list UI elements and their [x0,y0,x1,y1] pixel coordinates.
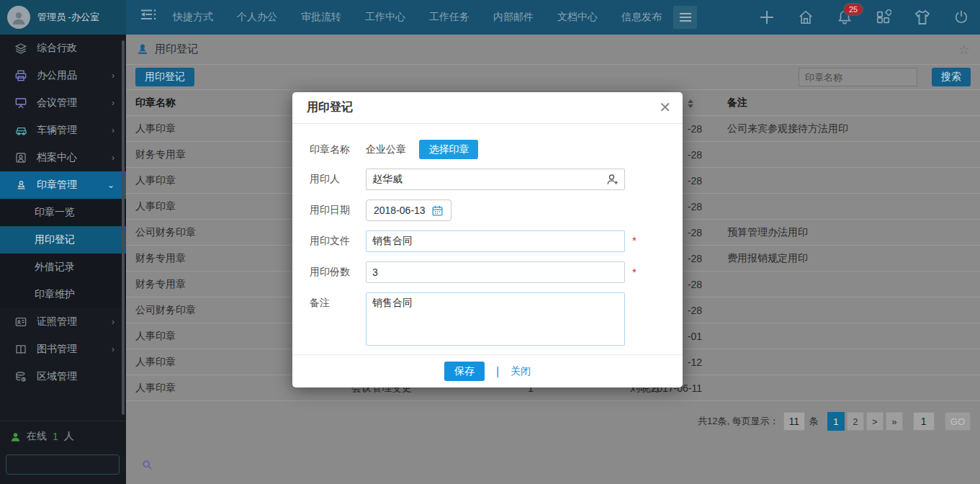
nav-info-publish[interactable]: 信息发布 [621,11,662,24]
more-menu-button[interactable] [673,6,697,29]
nav-personal-office[interactable]: 个人办公 [237,11,277,24]
seal-count-row: 用印份数 * [310,261,665,283]
power-icon[interactable] [953,9,970,26]
pagination-total-text: 共12条, 每页显示： [698,415,779,428]
cell-seal: 财务专用章 [135,148,186,161]
search-icon[interactable] [142,460,153,470]
remark-control [366,292,625,349]
subitem-label: 用印登记 [35,233,75,246]
page-buttons: 1 2 > » [827,412,903,431]
required-mark: * [632,266,637,278]
nav-work-center[interactable]: 工作中心 [365,11,405,24]
page-size-input[interactable] [783,412,805,431]
sidebar-item-vehicle-mgmt[interactable]: 车辆管理 › [0,117,126,144]
seal-file-row: 用印文件 * [310,230,665,252]
choose-seal-button[interactable]: 选择印章 [419,140,478,159]
sidebar-item-label: 证照管理 [37,315,77,328]
remark-row: 备注 [310,292,665,349]
next-page-button[interactable]: > [866,412,884,431]
calendar-icon [431,205,444,217]
seal-date-label: 用印日期 [310,204,366,217]
page-titlebar: 用印登记 ☆ [126,35,980,65]
close-icon[interactable]: ✕ [659,99,671,115]
seal-user-row: 用印人 [310,169,665,190]
chevron-right-icon: › [112,71,114,81]
subitem-label: 印章维护 [35,288,75,301]
seal-name-value: 企业公章 [366,143,406,155]
pagination: 共12条, 每页显示： 条 1 2 > » GO [698,412,971,431]
last-page-button[interactable]: » [886,412,903,431]
sidebar-search-input[interactable] [6,460,142,470]
user-box[interactable]: 管理员 -办公室 [0,0,126,35]
sidebar-subitem-lending-records[interactable]: 外借记录 [0,254,126,281]
nav-approval-flow[interactable]: 审批流转 [301,11,341,24]
id-card-icon [14,315,27,328]
goto-page-input[interactable] [913,412,935,431]
modal-footer: 保存 | 关闭 [292,354,683,387]
sidebar-scrollbar[interactable] [122,40,125,415]
cell-remark: 公司来宾参观接待方法用印 [727,122,848,135]
page-2-button[interactable]: 2 [847,412,864,431]
search-button[interactable]: 搜索 [932,68,971,86]
sidebar-item-seal-mgmt[interactable]: 印章管理 ⌄ [0,171,126,199]
sort-icon[interactable] [688,97,693,109]
subitem-label: 印章一览 [35,206,75,219]
sidebar-item-general-admin[interactable]: 综合行政 [0,35,126,62]
toolbar: 用印登记 搜索 [126,65,980,90]
modal-header: 用印登记 ✕ [292,92,683,124]
seal-name-search-input[interactable] [799,68,917,86]
nav-document-center[interactable]: 文档中心 [557,11,598,24]
col-remark: 备注 [727,97,747,109]
notifications-bell-icon[interactable]: 25 [836,9,853,26]
sidebar-subitem-seal-usage-register[interactable]: 用印登记 [0,226,126,254]
add-icon[interactable] [758,9,776,26]
seal-count-input[interactable] [366,261,625,283]
seal-count-control: * [366,261,637,283]
seal-user-input[interactable] [366,169,625,190]
car-icon [14,124,27,137]
chevron-right-icon: › [112,317,114,327]
theme-shirt-icon[interactable] [914,9,931,26]
sidebar-item-license-mgmt[interactable]: 证照管理 › [0,308,126,336]
nav-shortcuts[interactable]: 快捷方式 [173,11,213,24]
save-button[interactable]: 保存 [444,362,485,381]
sidebar-subitem-seal-list[interactable]: 印章一览 [0,199,126,226]
add-user-icon[interactable] [606,173,619,186]
remark-textarea[interactable] [366,292,625,346]
seal-date-control: 2018-06-13 [366,200,451,221]
sidebar-item-book-mgmt[interactable]: 图书管理 › [0,336,126,363]
sidebar-subitem-seal-maintenance[interactable]: 印章维护 [0,281,126,308]
user-name: 管理员 -办公室 [37,11,99,24]
nav-work-tasks[interactable]: 工作任务 [429,11,469,24]
sidebar-item-office-supplies[interactable]: 办公用品 › [0,62,126,89]
seal-file-input[interactable] [366,230,625,252]
apps-grid-icon[interactable] [875,9,892,26]
sidebar-item-label: 图书管理 [37,343,77,356]
new-register-button[interactable]: 用印登记 [135,68,194,86]
user-icon [11,9,27,25]
col-seal-name: 印章名称 [135,97,176,109]
seal-user-label: 用印人 [310,173,366,186]
seal-name-label: 印章名称 [310,143,366,156]
sidebar-item-region-mgmt[interactable]: 区域管理 [0,363,126,390]
sidebar-collapse-icon[interactable] [140,9,160,25]
sidebar-item-label: 档案中心 [37,151,77,164]
app-screen: 管理员 -办公室 快捷方式 个人办公 审批流转 工作中心 工作任务 内部邮件 文… [0,0,980,484]
printer-icon [14,69,27,82]
home-icon[interactable] [797,9,814,26]
sidebar-footer: 在线 1 人 [0,421,126,484]
seal-file-label: 用印文件 [310,235,366,248]
favorite-star-icon[interactable]: ☆ [958,42,970,58]
sidebar-item-label: 车辆管理 [37,124,77,137]
close-button[interactable]: 关闭 [511,365,531,378]
nav-internal-mail[interactable]: 内部邮件 [493,11,534,24]
cell-seal: 人事印章 [135,174,176,187]
sidebar-item-archive-center[interactable]: 档案中心 › [0,144,126,171]
book-icon [14,343,27,356]
seal-date-row: 用印日期 2018-06-13 [310,200,665,221]
sidebar-item-meeting-mgmt[interactable]: 会议管理 › [0,89,126,117]
sidebar-search-box [6,454,120,475]
page-1-button[interactable]: 1 [827,412,845,431]
go-button[interactable]: GO [945,412,971,431]
date-picker[interactable]: 2018-06-13 [366,200,451,221]
